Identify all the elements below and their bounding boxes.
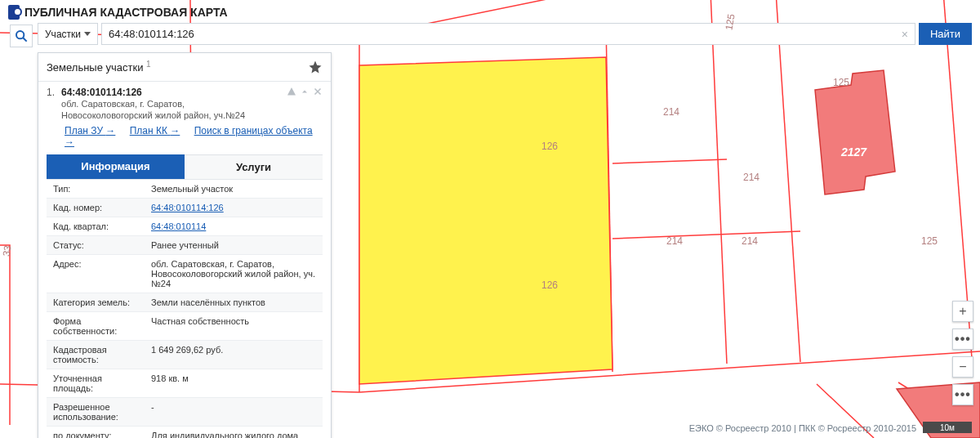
row-value: Ранее учтенный [145, 236, 323, 254]
row-label: Разрешенное использование: [47, 398, 145, 426]
row-label: Кадастровая стоимость: [47, 341, 145, 369]
map-label: 126 [541, 141, 558, 152]
zoom-out-button[interactable]: − [952, 356, 973, 378]
caret-down-icon [84, 32, 91, 36]
search-field[interactable]: × [101, 23, 915, 45]
row-value: Частная собственность [145, 312, 323, 340]
rosreestr-logo-icon [8, 5, 20, 20]
search-icon[interactable] [10, 25, 33, 47]
search-type-label: Участки [45, 29, 81, 40]
row-label: Кад. номер: [47, 199, 145, 217]
app-title: ПУБЛИЧНАЯ КАДАСТРОВАЯ КАРТА [24, 6, 228, 19]
building-highlight[interactable] [815, 70, 895, 194]
search-type-dropdown[interactable]: Участки [38, 23, 98, 45]
row-value: 1 649 269,62 руб. [145, 341, 323, 369]
row-value: обл. Саратовская, г. Саратов, Новосоколо… [145, 255, 323, 293]
map-label: 126 [541, 279, 558, 291]
results-panel: Земельные участки 1 1. 64:48:010114:126 … [38, 52, 332, 438]
zoom-controls: + ••• − ••• [952, 301, 973, 405]
map-label: 214 [743, 172, 760, 183]
parcel-selected[interactable] [359, 57, 612, 384]
result-index: 1. [47, 87, 55, 98]
map-options-button[interactable]: ••• [952, 328, 973, 350]
link-plan-kk[interactable]: План КК → [130, 125, 180, 136]
map-label: 214 [666, 235, 683, 247]
copyright-text: ЕЭКО © Росреестр 2010 | ПКК © Росреестр … [689, 423, 916, 433]
tab-information[interactable]: Информация [47, 154, 185, 179]
result-cadastral-id: 64:48:010114:126 [61, 87, 280, 98]
cad-number-link[interactable]: 64:48:010114:126 [151, 203, 224, 212]
tab-services[interactable]: Услуги [185, 154, 323, 179]
row-value: 64:48:010114 [145, 217, 323, 235]
row-value: Для индивидуального жилого дома усадебно… [145, 427, 323, 438]
svg-line-2 [23, 38, 27, 42]
map-more-button[interactable]: ••• [952, 384, 973, 405]
chevron-up-icon[interactable] [300, 87, 310, 96]
row-value: - [145, 398, 323, 426]
zoom-in-button[interactable]: + [952, 301, 973, 322]
app-header: ПУБЛИЧНАЯ КАДАСТРОВАЯ КАРТА [0, 0, 980, 23]
row-value: 64:48:010114:126 [145, 199, 323, 217]
search-bar: Участки × Найти [0, 23, 980, 50]
svg-point-1 [16, 31, 24, 38]
row-label: Адрес: [47, 255, 145, 293]
map-label: 125 [921, 235, 938, 247]
search-input[interactable] [102, 24, 895, 44]
result-address: обл. Саратовская, г. Саратов, Новосоколо… [61, 98, 280, 122]
row-label: Тип: [47, 180, 145, 198]
search-result[interactable]: 1. 64:48:010114:126 обл. Саратовская, г.… [38, 82, 331, 438]
info-table[interactable]: Тип:Земельный участок Кад. номер:64:48:0… [47, 179, 323, 438]
row-label: Форма собственности: [47, 312, 145, 340]
find-button[interactable]: Найти [919, 23, 972, 45]
row-label: по документу: [47, 427, 145, 438]
map-label: 214 [663, 106, 679, 118]
row-label: Уточненная площадь: [47, 369, 145, 397]
tabs: Информация Услуги [47, 154, 323, 179]
favorite-star-icon[interactable] [308, 60, 323, 74]
map-label: 125 [833, 77, 849, 88]
warning-icon [287, 87, 296, 96]
map-label-strong[interactable]: 2127 [841, 145, 866, 159]
row-label: Статус: [47, 236, 145, 254]
map-label: 33 [1, 244, 14, 257]
scale-bar: 10м [923, 422, 972, 433]
row-label: Кад. квартал: [47, 217, 145, 235]
result-links: План ЗУ → План КК → Поиск в границах объ… [47, 122, 323, 154]
row-value: Земли населённых пунктов [145, 293, 323, 311]
clear-search-icon[interactable]: × [895, 28, 915, 41]
row-value: Земельный участок [145, 180, 323, 198]
panel-title: Земельные участки 1 [47, 60, 151, 74]
row-label: Категория земель: [47, 293, 145, 311]
link-plan-zu[interactable]: План ЗУ → [65, 125, 115, 136]
map-label: 214 [742, 235, 758, 247]
row-value: 918 кв. м [145, 369, 323, 397]
cad-quarter-link[interactable]: 64:48:010114 [151, 221, 206, 231]
close-icon[interactable] [313, 87, 323, 96]
